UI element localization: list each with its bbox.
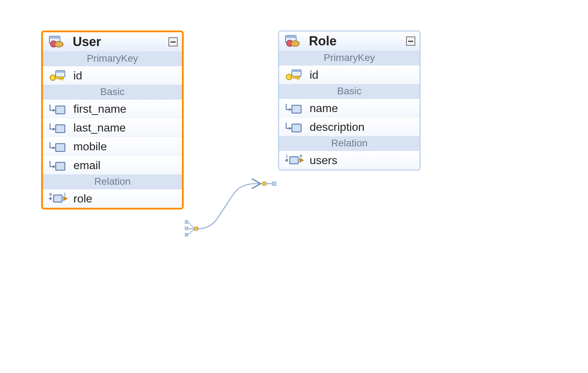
entity-role-header[interactable]: Role: [279, 32, 420, 51]
attribute-icon: [48, 139, 68, 154]
section-basic-header: Basic: [43, 85, 182, 100]
svg-rect-22: [185, 221, 188, 223]
attribute-icon: [284, 120, 305, 134]
field-user-id[interactable]: id: [43, 66, 182, 85]
field-label: last_name: [73, 121, 126, 134]
collapse-icon[interactable]: [168, 37, 178, 46]
field-label: users: [310, 154, 337, 167]
svg-line-26: [188, 222, 194, 228]
entity-icon: [283, 34, 304, 48]
field-label: id: [310, 68, 318, 82]
entity-role[interactable]: Role PrimaryKey id Basic name descriptio…: [278, 30, 421, 171]
field-user-role[interactable]: role: [43, 189, 182, 208]
entity-icon: [47, 35, 68, 49]
entity-user-header[interactable]: User: [43, 32, 182, 51]
field-user-email[interactable]: email: [43, 156, 182, 174]
field-label: email: [73, 159, 100, 172]
svg-rect-30: [262, 182, 266, 185]
svg-line-28: [252, 179, 261, 184]
field-label: first_name: [73, 102, 126, 116]
section-basic-header: Basic: [279, 84, 420, 99]
entity-user[interactable]: User PrimaryKey id Basic first_name last…: [41, 30, 184, 210]
svg-rect-24: [185, 233, 188, 236]
svg-rect-31: [272, 182, 276, 185]
field-user-last-name[interactable]: last_name: [43, 118, 182, 137]
entity-user-title: User: [73, 34, 163, 49]
section-relation-header: Relation: [279, 136, 420, 151]
attribute-icon: [48, 158, 68, 172]
attribute-icon: [48, 102, 68, 116]
section-primarykey-header: PrimaryKey: [43, 51, 182, 66]
attribute-icon: [48, 121, 68, 135]
field-user-mobile[interactable]: mobile: [43, 137, 182, 156]
field-label: role: [73, 192, 92, 205]
collapse-icon[interactable]: [406, 37, 415, 46]
key-icon: [48, 68, 68, 83]
key-icon: [284, 68, 305, 82]
field-role-users[interactable]: users: [279, 151, 420, 169]
relation-icon: [48, 191, 68, 206]
svg-rect-25: [194, 227, 198, 230]
field-user-first-name[interactable]: first_name: [43, 100, 182, 118]
field-role-name[interactable]: name: [279, 99, 420, 117]
section-primarykey-header: PrimaryKey: [279, 51, 420, 66]
entity-role-title: Role: [309, 34, 401, 49]
section-relation-header: Relation: [43, 174, 182, 189]
field-role-id[interactable]: id: [279, 66, 420, 84]
attribute-icon: [284, 101, 305, 115]
field-label: name: [310, 102, 338, 115]
svg-line-29: [252, 184, 261, 189]
relation-icon: [284, 153, 305, 167]
field-label: id: [73, 69, 82, 82]
field-label: description: [310, 121, 365, 134]
svg-rect-23: [185, 227, 188, 230]
field-role-description[interactable]: description: [279, 117, 420, 136]
field-label: mobile: [73, 140, 107, 153]
svg-line-27: [188, 229, 194, 235]
